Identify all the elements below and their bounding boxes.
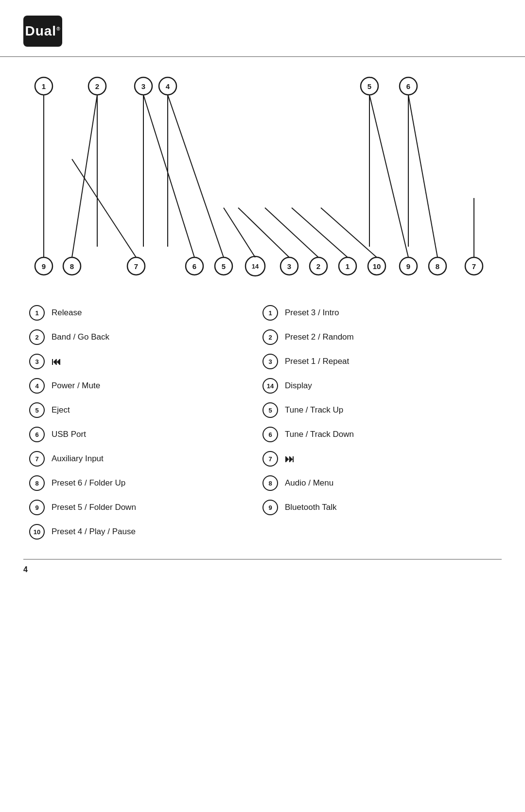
- svg-text:6: 6: [192, 262, 196, 271]
- legend-label: Preset 3 / Intro: [285, 308, 339, 318]
- legend-circle: 14: [262, 378, 278, 394]
- legend-item: 4Power / Mute: [29, 378, 262, 394]
- svg-line-50: [265, 208, 318, 257]
- legend-label: Band / Go Back: [52, 332, 109, 342]
- logo-registered: ®: [56, 26, 60, 32]
- svg-text:7: 7: [472, 262, 476, 271]
- svg-text:9: 9: [406, 262, 410, 271]
- svg-line-45: [72, 95, 97, 257]
- legend-label: Auxiliary Input: [52, 454, 104, 464]
- legend-circle: 4: [29, 378, 45, 394]
- legend-item: 2Preset 2 / Random: [262, 329, 496, 345]
- legend-label: Tune / Track Up: [285, 405, 343, 415]
- svg-text:5: 5: [222, 262, 226, 271]
- legend-circle: 8: [29, 475, 45, 491]
- legend-item: 7Auxiliary Input: [29, 451, 262, 467]
- legend-circle: 8: [262, 475, 278, 491]
- legend-circle: 10: [29, 524, 45, 540]
- legend-circle: 7: [262, 451, 278, 467]
- legend-item: 1Release: [29, 305, 262, 321]
- legend-item: 5Eject: [29, 402, 262, 418]
- legend-circle: 6: [262, 427, 278, 442]
- svg-text:8: 8: [70, 262, 74, 271]
- legend-circle: 2: [262, 329, 278, 345]
- legend-item: 6Tune / Track Down: [262, 427, 496, 442]
- legend-item: 9Bluetooth Talk: [262, 500, 496, 515]
- legend-circle: 5: [29, 402, 45, 418]
- legend-circle: 1: [29, 305, 45, 321]
- legend-label: Preset 6 / Folder Up: [52, 478, 125, 488]
- svg-text:3: 3: [287, 262, 291, 271]
- svg-line-53: [369, 95, 408, 257]
- diagram-svg: .node-circle { fill: white; stroke: #1a1…: [0, 62, 525, 295]
- svg-text:10: 10: [373, 262, 381, 271]
- legend-label: Preset 1 / Repeat: [285, 357, 349, 366]
- legend-label: Power / Mute: [52, 381, 100, 391]
- svg-text:5: 5: [368, 82, 371, 90]
- legend-item: 1Preset 3 / Intro: [262, 305, 496, 321]
- svg-text:8: 8: [436, 262, 439, 271]
- legend-label: Tune / Track Down: [285, 430, 354, 439]
- legend-item: 8Audio / Menu: [262, 475, 496, 491]
- svg-text:2: 2: [95, 82, 99, 90]
- legend-item: 2Band / Go Back: [29, 329, 262, 345]
- legend-circle: 2: [29, 329, 45, 345]
- legend-item: 6USB Port: [29, 427, 262, 442]
- legend-circle: 9: [262, 500, 278, 515]
- svg-line-56: [72, 159, 136, 257]
- svg-line-52: [321, 208, 377, 257]
- legend-right: 1Preset 3 / Intro2Preset 2 / Random3Pres…: [262, 305, 496, 540]
- svg-line-47: [168, 95, 224, 257]
- svg-text:7: 7: [134, 262, 138, 271]
- legend-label: Bluetooth Talk: [285, 503, 336, 512]
- svg-text:14: 14: [252, 263, 259, 270]
- legend-label: ⏭: [285, 453, 295, 465]
- legend-left: 1Release2Band / Go Back3⏮4Power / Mute5E…: [29, 305, 262, 540]
- svg-line-48: [224, 208, 255, 257]
- svg-text:4: 4: [166, 82, 170, 90]
- legend-item: 7⏭: [262, 451, 496, 467]
- legend-circle: 7: [29, 451, 45, 467]
- legend-item: 5Tune / Track Up: [262, 402, 496, 418]
- legend-label: USB Port: [52, 430, 86, 439]
- legend-item: 9Preset 5 / Folder Down: [29, 500, 262, 515]
- svg-line-46: [143, 95, 194, 257]
- legend-label: Preset 4 / Play / Pause: [52, 527, 136, 537]
- legend-item: 3Preset 1 / Repeat: [262, 354, 496, 369]
- legend-label: Preset 5 / Folder Down: [52, 503, 136, 512]
- legend-circle: 9: [29, 500, 45, 515]
- legend-circle: 1: [262, 305, 278, 321]
- svg-text:9: 9: [42, 262, 46, 271]
- legend-item: 8Preset 6 / Folder Up: [29, 475, 262, 491]
- diagram-area: .node-circle { fill: white; stroke: #1a1…: [0, 62, 525, 295]
- legend-area: 1Release2Band / Go Back3⏮4Power / Mute5E…: [0, 295, 525, 540]
- legend-label: Display: [285, 381, 312, 391]
- logo: Dual®: [23, 16, 62, 47]
- svg-text:1: 1: [346, 262, 350, 271]
- legend-item: 10Preset 4 / Play / Pause: [29, 524, 262, 540]
- legend-circle: 5: [262, 402, 278, 418]
- svg-text:2: 2: [316, 262, 320, 271]
- legend-label: Audio / Menu: [285, 478, 333, 488]
- legend-label: Eject: [52, 405, 70, 415]
- legend-circle: 6: [29, 427, 45, 442]
- svg-text:3: 3: [141, 82, 145, 90]
- page-number: 4: [0, 559, 525, 580]
- svg-text:6: 6: [406, 82, 410, 90]
- svg-line-51: [292, 208, 348, 257]
- svg-line-49: [238, 208, 289, 257]
- legend-circle: 3: [262, 354, 278, 369]
- legend-item: 3⏮: [29, 354, 262, 369]
- header: Dual®: [0, 0, 525, 47]
- svg-line-54: [408, 95, 438, 257]
- header-divider: [0, 56, 525, 57]
- legend-label: ⏮: [52, 356, 61, 367]
- svg-text:1: 1: [42, 82, 46, 90]
- legend-item: 14Display: [262, 378, 496, 394]
- legend-label: Release: [52, 308, 82, 318]
- logo-text: Dual®: [25, 23, 60, 39]
- legend-label: Preset 2 / Random: [285, 332, 354, 342]
- legend-circle: 3: [29, 354, 45, 369]
